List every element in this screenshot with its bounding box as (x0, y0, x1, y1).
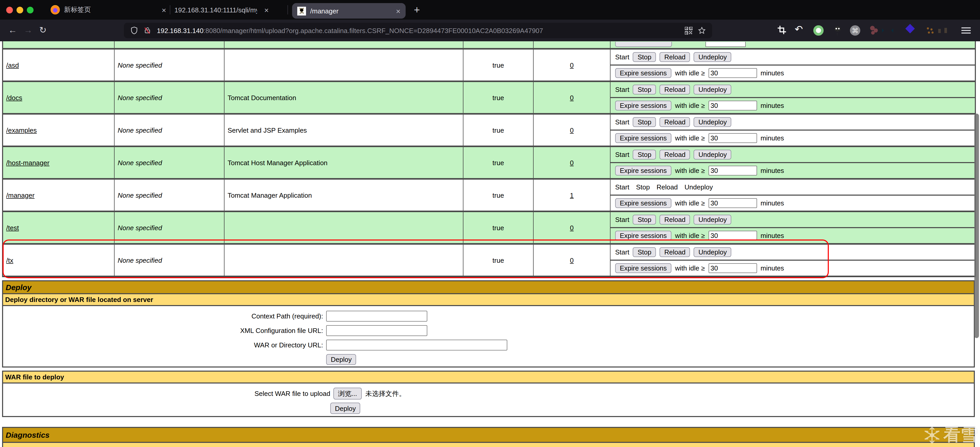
app-path-link[interactable]: /asd (6, 61, 19, 69)
forward-icon[interactable]: → (24, 24, 32, 37)
undeploy-button[interactable]: Undeploy (694, 117, 732, 127)
idle-minutes-input-partial[interactable] (705, 42, 746, 47)
sessions-link[interactable]: 0 (570, 256, 574, 264)
stop-button[interactable]: Stop (633, 247, 656, 257)
version-text: None specified (118, 94, 162, 102)
sessions-link[interactable]: 0 (570, 159, 574, 167)
idle-prefix-text: with idle ≥ (675, 264, 705, 272)
deploy-upload-button[interactable]: Deploy (330, 402, 361, 414)
idle-minutes-input[interactable] (708, 166, 757, 175)
path-cell: /examples (3, 115, 114, 146)
display-name-cell: Tomcat Documentation (224, 82, 463, 113)
tab-close-icon[interactable]: × (264, 6, 269, 14)
expire-sessions-row: Expire sessionswith idle ≥minutes (611, 261, 975, 276)
reload-button[interactable]: Reload (660, 150, 690, 159)
app-path-link[interactable]: /examples (6, 126, 37, 134)
display-name-cell: Servlet and JSP Examples (224, 115, 463, 146)
stop-button[interactable]: Stop (633, 85, 656, 94)
reload-button[interactable]: Reload (660, 52, 690, 62)
idle-suffix-text: minutes (760, 134, 784, 142)
table-row-partial (3, 41, 975, 49)
version-cell: None specified (114, 115, 224, 146)
bookmark-star-icon[interactable] (698, 26, 706, 35)
idle-minutes-input[interactable] (708, 68, 757, 78)
sessions-cell: 0 (533, 82, 610, 113)
app-path-link[interactable]: /tx (6, 256, 13, 264)
new-tab-button[interactable]: + (414, 4, 420, 16)
page-scrollbar-thumb[interactable] (974, 113, 979, 338)
display-name-cell: Tomcat Host Manager Application (224, 147, 463, 178)
undeploy-button[interactable]: Undeploy (694, 85, 732, 94)
sessions-link[interactable]: 0 (570, 126, 574, 134)
tab-sqli-mybatis[interactable]: 192.168.31.140:1111/sqli/mybatis/vul × (170, 0, 288, 20)
app-path-link[interactable]: /host-manager (6, 159, 49, 167)
expire-sessions-button[interactable]: Expire sessions (615, 263, 671, 273)
stop-button[interactable]: Stop (633, 117, 656, 127)
tab-new-tab-page[interactable]: 新标签页 × (46, 0, 170, 20)
insecure-lock-icon[interactable] (143, 26, 152, 35)
idle-minutes-input[interactable] (708, 231, 757, 240)
undeploy-button[interactable]: Undeploy (694, 52, 732, 62)
expire-sessions-row: Expire sessionswith idle ≥minutes (611, 130, 975, 146)
minimize-window-button[interactable] (16, 7, 23, 13)
menu-icon[interactable] (961, 25, 971, 36)
command-icon[interactable]: ⌘ (850, 25, 860, 36)
expire-sessions-row: Expire sessionswith idle ≥minutes (611, 98, 975, 113)
reload-button[interactable]: Reload (660, 85, 690, 94)
screenshot-crop-icon[interactable] (777, 25, 788, 36)
expire-sessions-button[interactable]: Expire sessions (615, 133, 671, 143)
commands-row: StartStopReloadUndeploy (611, 49, 975, 65)
sessions-link[interactable]: 0 (570, 224, 574, 232)
stop-button[interactable]: Stop (633, 150, 656, 159)
version-text: None specified (118, 224, 162, 232)
start-text: Start (615, 53, 629, 61)
expire-sessions-button-partial[interactable] (615, 42, 672, 47)
expire-sessions-button[interactable]: Expire sessions (615, 101, 671, 110)
app-path-link[interactable]: /docs (6, 94, 22, 102)
expire-sessions-button[interactable]: Expire sessions (615, 231, 671, 240)
app-path-link[interactable]: /manager (6, 191, 35, 199)
no-file-selected-text: 未选择文件。 (365, 389, 406, 398)
stop-button[interactable]: Stop (633, 52, 656, 62)
start-text: Start (615, 216, 629, 224)
zoom-window-button[interactable] (27, 7, 33, 13)
app-path-link[interactable]: /test (6, 224, 19, 232)
version-text: None specified (118, 126, 162, 134)
sessions-link[interactable]: 1 (570, 191, 574, 199)
tab-close-icon[interactable]: × (396, 7, 401, 15)
shield-icon[interactable] (130, 26, 138, 35)
xml-config-input[interactable] (326, 325, 427, 336)
reload-button[interactable]: Reload (660, 117, 690, 127)
reload-button[interactable]: Reload (660, 215, 690, 224)
deploy-server-button[interactable]: Deploy (326, 354, 356, 365)
undo-arrow-icon[interactable]: ↶ (795, 23, 805, 33)
sessions-link[interactable]: 0 (570, 94, 574, 102)
close-window-button[interactable] (6, 7, 13, 13)
undeploy-button[interactable]: Undeploy (694, 247, 732, 257)
undeploy-button[interactable]: Undeploy (694, 150, 732, 159)
reload-icon[interactable]: ↻ (39, 24, 47, 37)
stop-button[interactable]: Stop (633, 215, 656, 224)
browse-file-button[interactable]: 浏览... (333, 388, 362, 399)
war-directory-url-input[interactable] (326, 340, 507, 350)
reload-button[interactable]: Reload (660, 247, 690, 257)
idle-minutes-input[interactable] (708, 133, 757, 143)
green-ring-icon[interactable] (813, 25, 824, 36)
commands-row: StartStopReloadUndeploy (611, 212, 975, 228)
back-icon[interactable]: ← (8, 24, 17, 37)
expire-sessions-button[interactable]: Expire sessions (615, 166, 671, 175)
qr-code-icon[interactable] (685, 27, 692, 34)
url-bar[interactable]: 192.168.31.140:8080/manager/html/upload?… (124, 23, 712, 38)
idle-minutes-input[interactable] (708, 263, 757, 273)
firefox-window: 新标签页 × 192.168.31.140:1111/sqli/mybatis/… (0, 0, 980, 447)
expire-sessions-button[interactable]: Expire sessions (615, 68, 671, 78)
tab-manager-active[interactable]: /manager × (292, 3, 406, 19)
idle-minutes-input[interactable] (708, 101, 757, 110)
idle-suffix-text: minutes (760, 167, 784, 175)
context-path-input[interactable] (326, 311, 427, 321)
expire-sessions-button[interactable]: Expire sessions (615, 198, 671, 208)
sessions-link[interactable]: 0 (570, 61, 574, 69)
undeploy-button[interactable]: Undeploy (694, 215, 732, 224)
tab-close-icon[interactable]: × (162, 6, 166, 14)
idle-minutes-input[interactable] (708, 198, 757, 208)
